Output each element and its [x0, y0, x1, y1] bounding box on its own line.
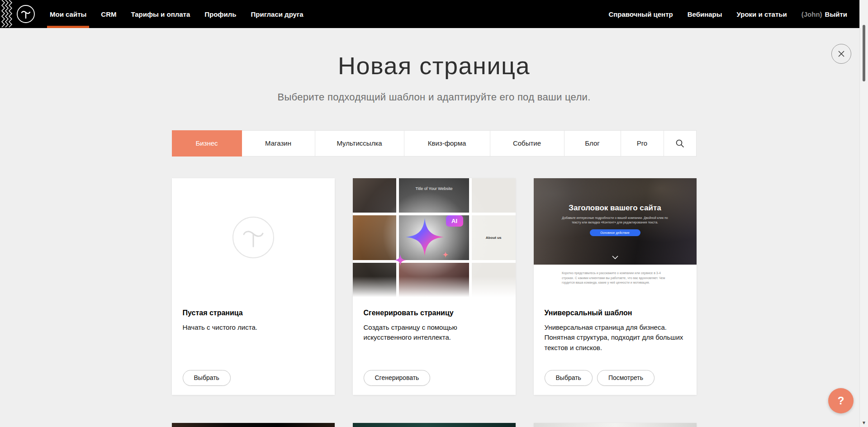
scrollbar-down-arrow-icon[interactable]: ▼ — [860, 420, 868, 425]
template-category-tabs: Бизнес Магазин Мультиссылка Квиз-форма С… — [172, 130, 697, 157]
select-button[interactable]: Выбрать — [545, 370, 593, 386]
tab-multilink[interactable]: Мультиссылка — [315, 130, 404, 157]
preview-body-text: Коротко представьтесь и расскажите о ком… — [562, 271, 668, 297]
preview-cover: Заголовок вашего сайта Добавьте интересн… — [534, 178, 697, 265]
ai-sparkle-icon — [406, 218, 444, 256]
nav-my-sites-label: Мои сайты — [50, 10, 86, 18]
template-card-partial — [172, 423, 335, 427]
tab-quiz-form[interactable]: Квиз-форма — [404, 130, 490, 157]
preview-subtext: Добавьте интересные подробности о вашей … — [560, 216, 670, 225]
tab-search[interactable] — [664, 130, 697, 157]
tab-pro[interactable]: Pro — [621, 130, 664, 157]
card-title: Пустая страница — [183, 309, 324, 317]
preview-cta-button: Основное действие — [590, 229, 640, 236]
top-navigation-bar: Мои сайты CRM Тарифы и оплата Профиль Пр… — [0, 0, 868, 28]
nav-lessons[interactable]: Уроки и статьи — [730, 10, 794, 18]
help-button[interactable]: ? — [828, 388, 854, 413]
template-card-universal: Заголовок вашего сайта Добавьте интересн… — [534, 178, 697, 395]
logout-label: Выйти — [825, 10, 847, 18]
user-name: (John) — [802, 10, 822, 18]
scrollbar-thumb[interactable] — [863, 25, 865, 81]
card-actions: Сгенерировать — [364, 370, 431, 386]
card-title: Сгенерировать страницу — [364, 309, 505, 317]
nav-webinars[interactable]: Вебинары — [680, 10, 730, 18]
ai-badge: AI — [446, 215, 463, 227]
nav-tariffs[interactable]: Тарифы и оплата — [123, 0, 197, 28]
secondary-nav: Справочный центр Вебинары Уроки и статьи… — [601, 0, 854, 28]
nav-crm[interactable]: CRM — [94, 0, 123, 28]
template-card-ai-generate: Title of Your Website About us — [353, 178, 516, 395]
template-preview-image — [534, 423, 697, 427]
universal-template-preview: Заголовок вашего сайта Добавьте интересн… — [534, 178, 697, 297]
close-icon — [837, 50, 845, 58]
tilda-logo[interactable] — [16, 5, 35, 24]
template-card-partial — [353, 423, 516, 427]
page-title: Новая страница — [0, 53, 868, 79]
nav-my-sites[interactable]: Мои сайты — [43, 0, 94, 28]
template-card-blank: Пустая страница Начать с чистого листа. … — [172, 178, 335, 395]
card-description: Начать с чистого листа. — [183, 323, 323, 333]
tilda-watermark-icon — [232, 216, 275, 259]
template-preview-image — [172, 423, 335, 427]
main-nav: Мои сайты CRM Тарифы и оплата Профиль Пр… — [43, 0, 311, 28]
tab-business[interactable]: Бизнес — [172, 130, 242, 157]
card-title: Универсальный шаблон — [545, 309, 686, 317]
blank-page-preview — [172, 178, 335, 297]
template-card-partial — [534, 423, 697, 427]
template-preview-image — [353, 423, 516, 427]
active-nav-underline — [47, 26, 89, 28]
card-actions: Выбрать Посмотреть — [545, 370, 655, 386]
preview-heading: Заголовок вашего сайта — [569, 204, 661, 213]
tab-event[interactable]: Событие — [490, 130, 564, 157]
card-description: Создать страницу с помощью искусственног… — [364, 323, 504, 343]
template-grid: Пустая страница Начать с чистого листа. … — [172, 178, 697, 427]
nav-logout[interactable]: (John) Выйти — [794, 10, 854, 18]
generate-button[interactable]: Сгенерировать — [364, 370, 431, 386]
select-button[interactable]: Выбрать — [183, 370, 231, 386]
page-subtitle: Выберите подходящий шаблон и адаптируйте… — [0, 91, 868, 103]
ai-generate-preview: Title of Your Website About us — [353, 178, 516, 297]
nav-help-center[interactable]: Справочный центр — [601, 10, 680, 18]
chevron-down-icon — [612, 253, 618, 261]
bottom-fade — [353, 276, 516, 297]
ai-sparkle-small-icon — [394, 254, 406, 266]
main-content: Новая страница Выберите подходящий шабло… — [0, 28, 868, 427]
tilda-logo-icon — [16, 5, 35, 24]
close-button[interactable] — [831, 44, 851, 64]
nav-profile[interactable]: Профиль — [197, 0, 243, 28]
zigzag-pattern-icon — [1, 0, 13, 28]
tab-shop[interactable]: Магазин — [242, 130, 315, 157]
tilda-new-page-screen: Мои сайты CRM Тарифы и оплата Профиль Пр… — [0, 0, 868, 427]
nav-invite-friend[interactable]: Пригласи друга — [243, 0, 310, 28]
preview-body: Коротко представьтесь и расскажите о ком… — [534, 265, 697, 297]
card-actions: Выбрать — [183, 370, 231, 386]
view-button[interactable]: Посмотреть — [597, 370, 655, 386]
search-icon — [675, 139, 684, 148]
ai-sparkle-tiny-icon — [442, 251, 449, 258]
tab-blog[interactable]: Блог — [564, 130, 621, 157]
scrollbar[interactable]: ▼ — [859, 0, 868, 427]
card-description: Универсальная страница для бизнеса. Поня… — [545, 323, 685, 353]
